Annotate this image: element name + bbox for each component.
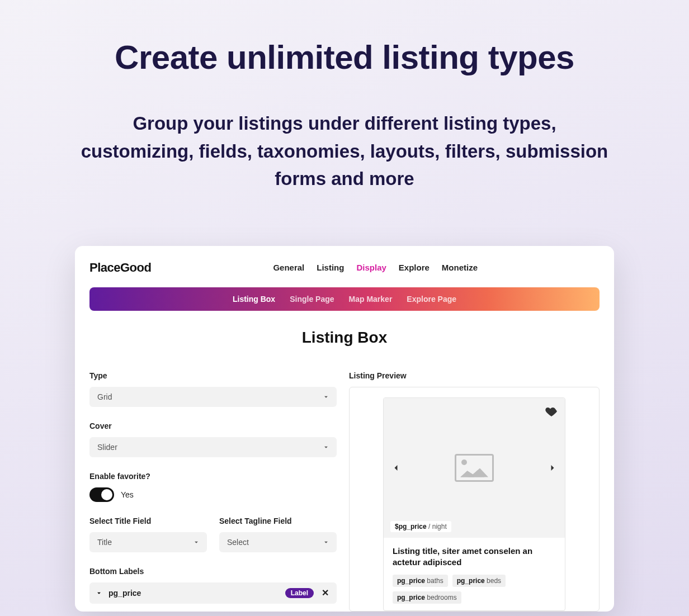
chevron-down-icon	[322, 538, 330, 546]
tag-key: pg_price	[457, 577, 485, 585]
nav-listing[interactable]: Listing	[317, 263, 344, 272]
type-value: Grid	[97, 392, 112, 401]
title-field-select[interactable]: Title	[89, 532, 207, 552]
subnav-map-marker[interactable]: Map Marker	[349, 295, 393, 304]
card-tags: pg_price baths pg_price beds pg_price be…	[393, 575, 556, 604]
chevron-right-icon[interactable]	[547, 462, 558, 473]
bottom-label-name: pg_price	[108, 589, 280, 598]
nav-general[interactable]: General	[273, 263, 304, 272]
cover-select[interactable]: Slider	[89, 437, 337, 457]
tagline-field-select[interactable]: Select	[219, 532, 337, 552]
favorite-label: Enable favorite?	[89, 472, 337, 481]
price-key: $pg_price	[395, 523, 427, 530]
tag-suffix: beds	[485, 577, 501, 585]
preview-label: Listing Preview	[349, 371, 600, 380]
tag-key: pg_price	[397, 577, 425, 585]
tagline-field-value: Select	[227, 538, 249, 547]
sub-nav: Listing Box Single Page Map Marker Explo…	[89, 287, 600, 311]
favorite-value: Yes	[121, 490, 134, 499]
hero-title: Create unlimited listing types	[0, 39, 689, 76]
chevron-left-icon[interactable]	[390, 462, 402, 473]
tagline-field-label: Select Tagline Field	[219, 517, 337, 525]
tag-suffix: baths	[425, 577, 443, 585]
app-panel: PlaceGood General Listing Display Explor…	[75, 246, 614, 612]
cover-value: Slider	[97, 443, 117, 452]
nav-monetize[interactable]: Monetize	[442, 263, 478, 272]
section-title: Listing Box	[89, 329, 600, 347]
tag: pg_price beds	[452, 575, 506, 587]
bottom-labels-label: Bottom Labels	[89, 567, 337, 576]
listing-card: $pg_price / night Listing title, siter a…	[383, 397, 565, 612]
chevron-down-icon	[322, 443, 330, 451]
cover-label: Cover	[89, 421, 337, 430]
type-label: Type	[89, 371, 337, 380]
price-tag: $pg_price / night	[390, 521, 451, 532]
preview-box: $pg_price / night Listing title, siter a…	[349, 387, 600, 612]
chevron-down-icon	[192, 538, 200, 546]
top-nav: General Listing Display Explore Monetize	[151, 263, 600, 272]
title-field-label: Select Title Field	[89, 517, 207, 525]
chevron-down-icon	[95, 589, 103, 597]
card-title: Listing title, siter amet conselen an ac…	[393, 546, 556, 568]
tag-suffix: bedrooms	[425, 594, 457, 601]
tag: pg_price bedrooms	[393, 591, 461, 604]
subnav-single-page[interactable]: Single Page	[290, 295, 334, 304]
tag: pg_price baths	[393, 575, 448, 587]
chevron-down-icon	[322, 393, 330, 401]
type-select[interactable]: Grid	[89, 387, 337, 407]
hero-subtitle: Group your listings under different list…	[76, 110, 613, 193]
title-field-value: Title	[97, 538, 112, 547]
remove-icon[interactable]: ✕	[319, 587, 331, 598]
bottom-label-badge: Label	[285, 588, 314, 598]
bottom-label-item[interactable]: pg_price Label ✕	[89, 582, 337, 604]
subnav-explore-page[interactable]: Explore Page	[407, 295, 456, 304]
nav-explore[interactable]: Explore	[399, 263, 430, 272]
price-suffix: / night	[427, 523, 447, 530]
favorite-toggle[interactable]	[89, 487, 114, 502]
tag-key: pg_price	[397, 594, 425, 601]
subnav-listing-box[interactable]: Listing Box	[233, 295, 275, 304]
card-image-area: $pg_price / night	[384, 398, 565, 538]
logo: PlaceGood	[89, 260, 151, 275]
image-placeholder-icon	[455, 454, 494, 482]
heart-icon[interactable]	[545, 405, 558, 418]
nav-display[interactable]: Display	[356, 263, 386, 272]
